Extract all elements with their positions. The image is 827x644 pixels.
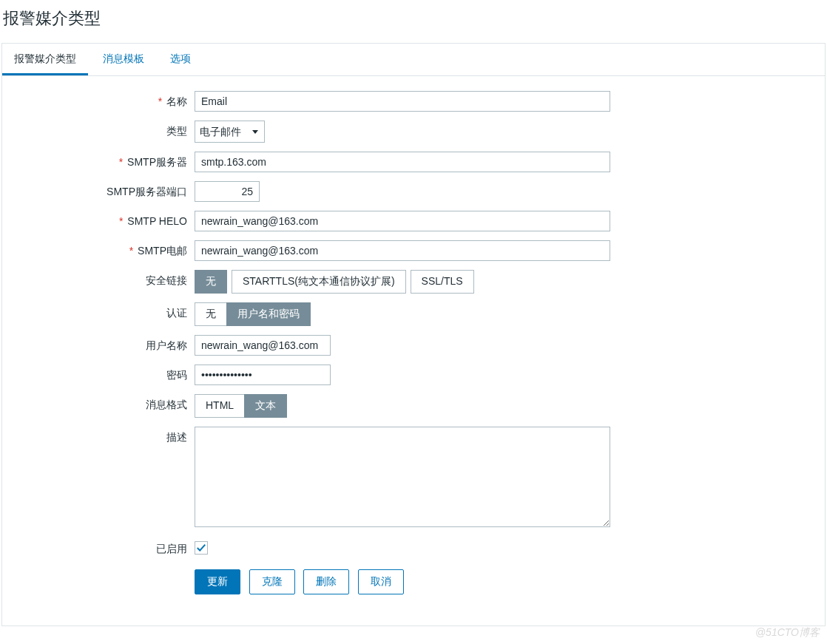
- enabled-checkbox[interactable]: [195, 541, 208, 555]
- auth-segment: 无 用户名和密码: [195, 302, 311, 326]
- label-smtp-server: * SMTP服务器: [32, 152, 195, 169]
- form-panel: 报警媒介类型 消息模板 选项 * 名称 类型 电子邮件 * SMTP服务器 SM…: [1, 43, 826, 626]
- smtp-port-input[interactable]: [195, 181, 260, 202]
- auth-none[interactable]: 无: [195, 302, 227, 326]
- tabs: 报警媒介类型 消息模板 选项: [2, 44, 825, 76]
- label-smtp-email: * SMTP电邮: [32, 240, 195, 258]
- label-password: 密码: [32, 365, 195, 382]
- delete-button[interactable]: 删除: [303, 569, 349, 594]
- type-select[interactable]: 电子邮件: [195, 121, 265, 143]
- format-segment: HTML 文本: [195, 394, 287, 418]
- name-input[interactable]: [195, 91, 610, 112]
- form-body: * 名称 类型 电子邮件 * SMTP服务器 SMTP服务器端口 * SMTP …: [2, 76, 825, 626]
- update-button[interactable]: 更新: [195, 569, 240, 594]
- clone-button[interactable]: 克隆: [249, 569, 295, 594]
- label-enabled: 已启用: [32, 538, 195, 556]
- label-auth: 认证: [32, 302, 195, 320]
- label-smtp-helo: * SMTP HELO: [32, 211, 195, 227]
- security-none[interactable]: 无: [195, 270, 227, 294]
- security-starttls[interactable]: STARTTLS(纯文本通信协议扩展): [232, 270, 406, 294]
- tab-message-templates[interactable]: 消息模板: [91, 44, 156, 75]
- label-type: 类型: [32, 121, 195, 138]
- cancel-button[interactable]: 取消: [358, 569, 404, 594]
- format-html[interactable]: HTML: [195, 394, 245, 418]
- label-description: 描述: [32, 427, 195, 444]
- label-smtp-port: SMTP服务器端口: [32, 181, 195, 199]
- smtp-email-input[interactable]: [195, 240, 610, 261]
- check-icon: [196, 543, 206, 553]
- label-username: 用户名称: [32, 335, 195, 353]
- security-ssltls[interactable]: SSL/TLS: [411, 270, 474, 294]
- smtp-helo-input[interactable]: [195, 211, 610, 231]
- security-segment: 无 STARTTLS(纯文本通信协议扩展) SSL/TLS: [195, 270, 474, 294]
- label-format: 消息格式: [32, 394, 195, 412]
- tab-media-types[interactable]: 报警媒介类型: [2, 44, 88, 75]
- tab-options[interactable]: 选项: [158, 44, 203, 75]
- label-name: * 名称: [32, 91, 195, 109]
- page-title: 报警媒介类型: [0, 0, 827, 43]
- format-text[interactable]: 文本: [244, 394, 287, 418]
- smtp-server-input[interactable]: [195, 152, 610, 172]
- username-input[interactable]: [195, 335, 331, 356]
- label-security: 安全链接: [32, 270, 195, 288]
- password-input[interactable]: [195, 365, 331, 385]
- description-textarea[interactable]: [195, 427, 610, 527]
- auth-userpass[interactable]: 用户名和密码: [226, 302, 311, 326]
